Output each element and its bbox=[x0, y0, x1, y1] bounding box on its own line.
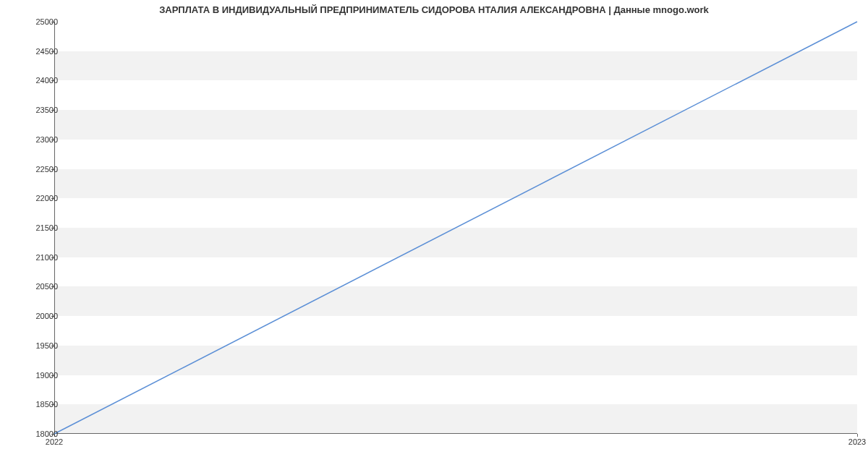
y-tick-label: 20000 bbox=[14, 312, 58, 320]
y-tick-label: 21500 bbox=[14, 223, 58, 232]
y-tick-label: 24000 bbox=[14, 76, 58, 85]
y-tick-label: 19500 bbox=[14, 341, 58, 350]
y-tick-label: 18500 bbox=[14, 400, 58, 409]
chart-title: ЗАРПЛАТА В ИНДИВИДУАЛЬНЫЙ ПРЕДПРИНИМАТЕЛ… bbox=[0, 4, 868, 15]
x-tick-label: 2023 bbox=[848, 437, 866, 446]
line-series bbox=[54, 22, 857, 434]
y-tick-label: 23500 bbox=[14, 106, 58, 114]
y-tick-label: 22000 bbox=[14, 194, 58, 202]
chart-container: ЗАРПЛАТА В ИНДИВИДУАЛЬНЫЙ ПРЕДПРИНИМАТЕЛ… bbox=[0, 0, 868, 470]
y-tick-label: 19000 bbox=[14, 371, 58, 380]
y-tick-label: 24500 bbox=[14, 47, 58, 56]
y-tick-label: 20500 bbox=[14, 282, 58, 291]
x-tick bbox=[857, 434, 858, 437]
y-tick-label: 25000 bbox=[14, 17, 58, 26]
plot-area bbox=[54, 22, 857, 434]
y-tick-label: 21000 bbox=[14, 253, 58, 262]
y-tick-label: 22500 bbox=[14, 165, 58, 174]
x-tick-label: 2022 bbox=[46, 437, 63, 446]
y-tick-label: 23000 bbox=[14, 135, 58, 144]
